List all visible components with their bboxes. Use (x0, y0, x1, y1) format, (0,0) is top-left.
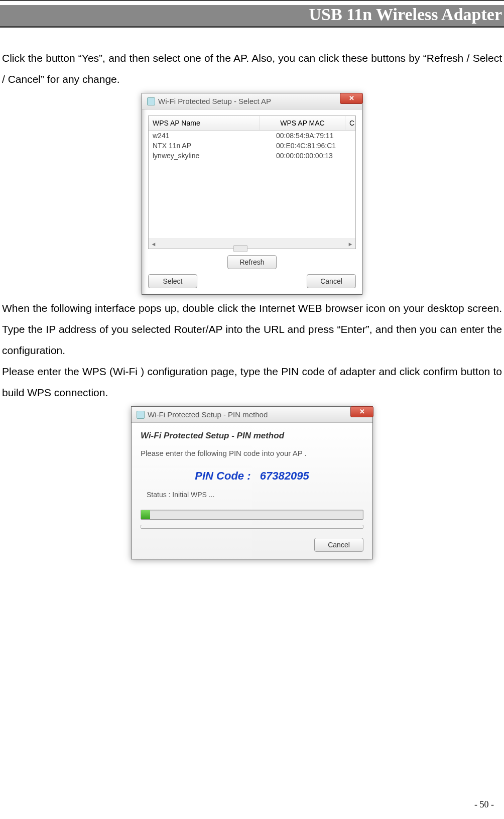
ap-mac: 00:E0:4C:81:96:C1 (266, 142, 351, 150)
refresh-button[interactable]: Refresh (227, 255, 277, 269)
pin-value: 67382095 (260, 470, 309, 482)
column-header-name[interactable]: WPS AP Name (149, 116, 260, 130)
page-number: - 50 - (474, 799, 494, 810)
list-item[interactable]: w241 00:08:54:9A:79:11 (149, 131, 355, 141)
list-item[interactable]: NTX 11n AP 00:E0:4C:81:96:C1 (149, 141, 355, 151)
scroll-right-icon[interactable]: ► (345, 241, 355, 247)
close-button[interactable]: ✕ (340, 93, 363, 104)
list-item[interactable]: lynwey_skyline 00:00:00:00:00:13 (149, 151, 355, 161)
app-icon (137, 411, 145, 419)
scroll-left-icon[interactable]: ◄ (149, 241, 159, 247)
progress-fill (141, 510, 150, 519)
select-button[interactable]: Select (148, 274, 197, 288)
cancel-button[interactable]: Cancel (314, 538, 363, 552)
ap-name: NTX 11n AP (153, 142, 266, 150)
page-header: USB 11n Wireless Adapter (0, 5, 504, 27)
dialog1-titlebar[interactable]: Wi-Fi Protected Setup - Select AP ✕ (142, 93, 362, 109)
paragraph-1: Click the button “Yes”, and then select … (2, 48, 502, 90)
horizontal-scrollbar[interactable]: ◄ ► (149, 239, 355, 249)
cancel-button[interactable]: Cancel (307, 274, 356, 288)
paragraph-3: Please enter the WPS (Wi-Fi ) configurat… (2, 361, 502, 403)
dialog2-title: Wi-Fi Protected Setup - PIN method (148, 410, 268, 419)
progress-bar (141, 510, 363, 520)
select-ap-dialog: Wi-Fi Protected Setup - Select AP ✕ WPS … (142, 93, 362, 295)
dialog2-instruction: Please enter the following PIN code into… (141, 449, 363, 457)
paragraph-2: When the following interface pops up, do… (2, 298, 502, 361)
pin-method-dialog: Wi-Fi Protected Setup - PIN method ✕ Wi-… (131, 406, 373, 559)
column-header-c[interactable]: C (345, 116, 355, 130)
app-icon (147, 97, 155, 105)
ap-name: w241 (153, 132, 266, 140)
status-text: Status : Initial WPS ... (147, 491, 363, 499)
close-icon: ✕ (349, 94, 354, 102)
dialog2-heading: Wi-Fi Protected Setup - PIN method (141, 431, 363, 441)
pin-code-line: PIN Code : 67382095 (141, 470, 363, 483)
secondary-bar (141, 525, 363, 529)
ap-name: lynwey_skyline (153, 152, 266, 160)
column-header-mac[interactable]: WPS AP MAC (260, 116, 345, 130)
ap-list[interactable]: WPS AP Name WPS AP MAC C w241 00:08:54:9… (148, 115, 356, 249)
ap-mac: 00:00:00:00:00:13 (266, 152, 351, 160)
scroll-thumb[interactable] (233, 245, 247, 252)
ap-mac: 00:08:54:9A:79:11 (266, 132, 351, 140)
dialog2-titlebar[interactable]: Wi-Fi Protected Setup - PIN method ✕ (132, 407, 372, 423)
dialog1-title: Wi-Fi Protected Setup - Select AP (158, 97, 271, 105)
close-icon: ✕ (359, 408, 365, 415)
pin-label: PIN Code : (195, 470, 250, 482)
close-button[interactable]: ✕ (350, 406, 373, 417)
